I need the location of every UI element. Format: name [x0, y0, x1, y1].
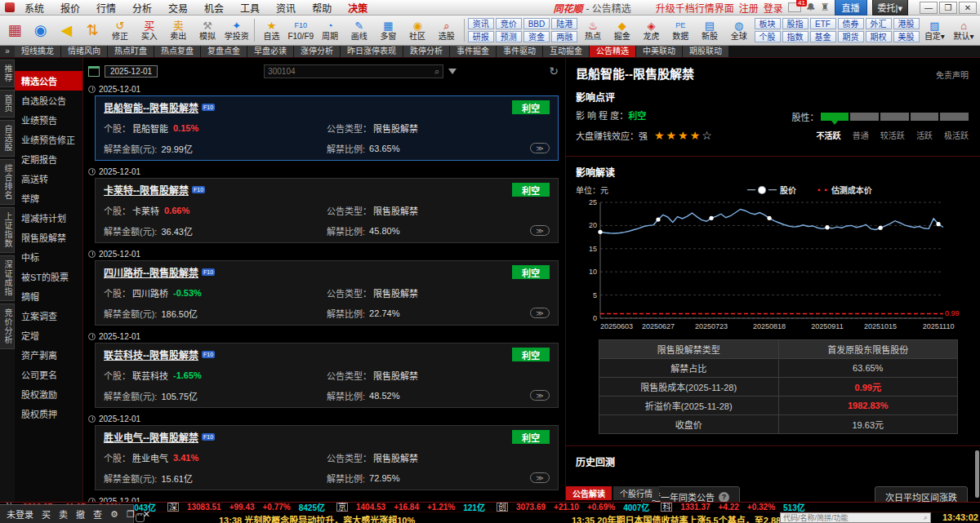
detail-tab-个股行情[interactable]: 个股行情	[613, 486, 659, 500]
side-tab-自选股[interactable]: 自选股	[0, 120, 15, 157]
tradebar-item-❐[interactable]: ❐	[123, 509, 138, 520]
tab-跌停分析[interactable]: 跌停分析	[403, 46, 449, 57]
toolbar-button-板块[interactable]: 板块	[755, 18, 781, 29]
announcement-card[interactable]: 联芸科技--限售股解禁F10利空个股：联芸科技-1.65%公告类型：限售股解禁解…	[95, 343, 559, 408]
tradebar-item-卖[interactable]: 卖	[56, 507, 71, 521]
sidebar-item-高送转[interactable]: 高送转	[15, 169, 82, 188]
ai-assistant-icon[interactable]: ◉	[29, 18, 53, 42]
tab-中美联动[interactable]: 中美联动	[636, 46, 682, 57]
toolbar-button-默认[interactable]: ⌂默认▾	[950, 20, 978, 41]
toolbar-button-自定[interactable]: ▨自定▾	[921, 20, 949, 41]
menu-item-决策[interactable]: 决策	[340, 3, 376, 15]
sidebar-item-立案调查[interactable]: 立案调查	[15, 306, 82, 326]
toolbar-button-选股[interactable]: ⌕选股	[433, 20, 461, 41]
menu-item-机会[interactable]: 机会	[196, 3, 232, 15]
side-tab-竞价分析[interactable]: 竞价分析	[0, 304, 15, 349]
side-tab-推荐[interactable]: 推荐	[0, 60, 15, 87]
tab-昨日涨停表现[interactable]: 昨日涨停表现	[341, 46, 403, 57]
sidebar-item-公司更名[interactable]: 公司更名	[15, 365, 82, 384]
menu-item-分析[interactable]: 分析	[124, 3, 160, 15]
stock-search-input[interactable]	[268, 67, 434, 76]
tab-短线擒龙[interactable]: 短线擒龙	[15, 46, 60, 57]
toolbar-button-预测[interactable]: 预测	[496, 31, 522, 42]
tab-事件驱动[interactable]: 事件驱动	[497, 46, 542, 57]
theme-icon[interactable]: ♜	[821, 2, 830, 13]
sidebar-item-自选股公告[interactable]: 自选股公告	[15, 91, 82, 110]
toolbar-button-基金[interactable]: 基金	[810, 31, 836, 42]
stock-name[interactable]: 联芸科技	[132, 369, 168, 382]
f10-badge-icon[interactable]: F10	[202, 104, 215, 111]
detail-scrollbar[interactable]	[975, 450, 979, 498]
tradebar-item-未登录[interactable]: 未登录	[3, 507, 37, 521]
f10-badge-icon[interactable]: F10	[202, 268, 215, 276]
f10-badge-icon[interactable]: F10	[202, 433, 215, 441]
app-grid-icon[interactable]: ▦	[2, 18, 27, 42]
announcement-card[interactable]: 卡莱特--限售股解禁F10利空个股：卡莱特0.66%公告类型：限售股解禁解禁金额…	[95, 178, 559, 243]
toolbar-button-指数[interactable]: 指数	[782, 31, 808, 42]
card-title[interactable]: 四川路桥--限售股解禁	[104, 265, 198, 279]
toolbar-button-ETF[interactable]: ETF	[810, 18, 836, 29]
card-title[interactable]: 卡莱特--限售股解禁	[104, 183, 189, 197]
toolbar-button-资金[interactable]: 资金	[523, 31, 550, 42]
back-icon[interactable]: ◀	[55, 18, 79, 42]
refresh-icon[interactable]: ↻	[549, 64, 559, 78]
stock-name[interactable]: 胜业电气	[132, 451, 168, 464]
stock-name[interactable]: 昆船智能	[132, 122, 168, 135]
register-link[interactable]: 注册	[739, 1, 759, 15]
tab-期股联动[interactable]: 期股联动	[683, 46, 728, 57]
toolbar-button-修正[interactable]: ↺修正	[106, 20, 134, 41]
sidebar-item-业绩预告[interactable]: 业绩预告	[15, 110, 82, 130]
menu-item-工具[interactable]: 工具	[232, 3, 268, 15]
toolbar-button-陆港[interactable]: 陆港	[551, 18, 577, 29]
menu-item-帮助[interactable]: 帮助	[304, 3, 340, 15]
toolbar-button-掘金[interactable]: ◆掘金	[608, 20, 636, 41]
stock-search[interactable]: ⌕	[264, 64, 443, 78]
toolbar-button-数据[interactable]: PE数据	[666, 20, 694, 41]
toolbar-button-多窗[interactable]: ▦多窗	[375, 20, 403, 41]
sidebar-item-增减持计划[interactable]: 增减持计划	[15, 208, 82, 228]
date-picker[interactable]: 2025-12-01	[105, 65, 158, 78]
toolbar-button-资讯[interactable]: 资讯	[468, 18, 494, 29]
sidebar-item-摘帽[interactable]: 摘帽	[15, 286, 82, 306]
nav-arrows-icon[interactable]: ⇅	[80, 18, 105, 42]
tradebar-item-撤[interactable]: 撤	[73, 507, 88, 521]
menu-item-交易[interactable]: 交易	[160, 3, 196, 15]
tab-复盘点金[interactable]: 复盘点金	[201, 46, 247, 57]
tradebar-item-⚙[interactable]: ⚙	[107, 509, 122, 520]
card-title[interactable]: 胜业电气--限售股解禁	[104, 430, 198, 444]
side-tab-首页[interactable]: 首页	[0, 90, 15, 117]
toolbar-button-期权[interactable]: 期权	[866, 31, 892, 42]
sidebar-item-股权激励[interactable]: 股权激励	[15, 384, 82, 404]
bell-icon[interactable]: 🔔︎	[806, 2, 816, 13]
stock-name[interactable]: 卡莱特	[132, 204, 159, 217]
expand-icon[interactable]: ≫	[530, 225, 550, 236]
tradebar-item-买[interactable]: 买	[38, 507, 54, 521]
help-icon[interactable]: ?	[719, 492, 729, 503]
toolbar-button-买入[interactable]: 买买入	[136, 20, 163, 41]
sidebar-item-中标[interactable]: 中标	[15, 247, 82, 267]
expand-icon[interactable]: ≫	[530, 390, 550, 401]
f10-badge-icon[interactable]: F10	[192, 186, 205, 193]
upgrade-link[interactable]: 升级千档行情界面	[656, 1, 734, 15]
sidebar-item-业绩预告修正[interactable]: 业绩预告修正	[15, 130, 82, 149]
toolbar-button-债券[interactable]: 债券	[838, 18, 864, 29]
tabs-overflow-button[interactable]: »	[0, 46, 15, 57]
stock-name[interactable]: 四川路桥	[132, 286, 168, 299]
tab-热点复盘[interactable]: 热点复盘	[154, 46, 200, 57]
toolbar-button-两融[interactable]: 两融	[551, 31, 577, 42]
toolbar-button-画线[interactable]: ✎画线	[345, 20, 373, 41]
menu-item-资讯[interactable]: 资讯	[268, 3, 304, 15]
weituo-button[interactable]: 委托|▾	[872, 0, 908, 16]
news-item[interactable]: 13:38 光刻胶概念股异动拉升，容大感光涨超10%	[219, 513, 415, 523]
tab-早盘必读[interactable]: 早盘必读	[247, 46, 293, 57]
sidebar-item-定增[interactable]: 定增	[15, 326, 82, 345]
sidebar-item-举牌[interactable]: 举牌	[15, 188, 82, 208]
minimize-button[interactable]: —	[920, 2, 938, 14]
side-tab-上证指数[interactable]: 上证指数	[0, 207, 15, 253]
sidebar-item-被ST的股票[interactable]: 被ST的股票	[15, 267, 82, 286]
restore-button[interactable]: ❐	[939, 2, 957, 14]
toolbar-button-社区[interactable]: ◉社区	[403, 20, 431, 41]
card-title[interactable]: 昆船智能--限售股解禁	[104, 100, 198, 114]
toolbar-button-F10/F9[interactable]: F10F10/F9	[287, 20, 314, 41]
toolbar-button-外汇[interactable]: 外汇	[866, 18, 892, 29]
